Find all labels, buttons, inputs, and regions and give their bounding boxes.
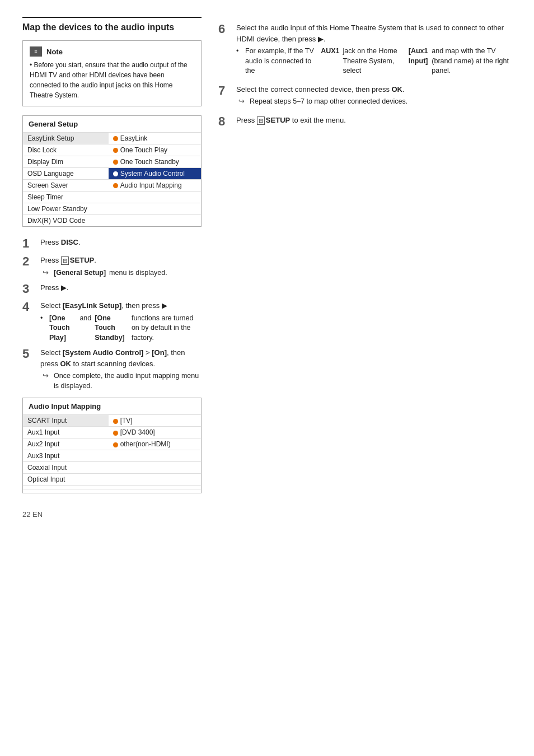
table-cell-left: SCART Input bbox=[23, 415, 109, 427]
orange-dot-icon bbox=[113, 148, 118, 153]
general-setup-title: General Setup bbox=[23, 116, 201, 132]
note-label: Note bbox=[46, 48, 63, 56]
table-row: Display Dim One Touch Standby bbox=[23, 156, 201, 168]
table-cell-left bbox=[23, 489, 109, 493]
table-cell-right: [DVD 3400] bbox=[109, 427, 201, 438]
note-text: • Before you start, ensure that the audi… bbox=[30, 60, 194, 100]
step-content-5: Select [System Audio Control] > [On], th… bbox=[40, 347, 202, 391]
table-row: SCART Input [TV] bbox=[23, 415, 201, 427]
step-number-2: 2 bbox=[22, 255, 35, 268]
table-cell-left: DivX(R) VOD Code bbox=[23, 215, 109, 227]
step-5-arrow: Once complete, the audio input mapping m… bbox=[43, 371, 202, 391]
table-cell-right bbox=[109, 462, 201, 474]
table-cell-right bbox=[109, 450, 201, 462]
step-content-1: Press DISC. bbox=[40, 237, 202, 248]
table-row bbox=[23, 486, 201, 489]
table-cell-right bbox=[109, 192, 201, 203]
table-cell-right: Audio Input Mapping bbox=[109, 180, 201, 192]
right-column: 6 Select the audio input of this Home Th… bbox=[218, 17, 512, 519]
table-row: Optical Input bbox=[23, 474, 201, 486]
step-4-bullet: [One Touch Play] and [One Touch Standby]… bbox=[40, 314, 202, 343]
table-cell-left bbox=[23, 486, 109, 489]
table-cell-right: [TV] bbox=[109, 415, 201, 427]
step-6: 6 Select the audio input of this Home Th… bbox=[218, 22, 512, 76]
step-number-3: 3 bbox=[22, 282, 35, 296]
orange-dot-icon bbox=[113, 183, 118, 188]
step-content-3: Press ▶. bbox=[40, 282, 202, 293]
orange-dot-icon bbox=[113, 442, 118, 447]
table-cell-left: Aux1 Input bbox=[23, 427, 109, 438]
table-cell-right bbox=[109, 474, 201, 486]
table-cell-left: Screen Saver bbox=[23, 180, 109, 192]
audio-mapping-rows: SCART Input [TV] Aux1 Input [DVD 3400] A… bbox=[23, 414, 201, 493]
orange-dot-icon bbox=[113, 160, 118, 165]
step-8: 8 Press ⊟SETUP to exit the menu. bbox=[218, 115, 512, 128]
table-cell-left: Sleep Timer bbox=[23, 192, 109, 203]
step-2: 2 Press ⊟SETUP. [General Setup] menu is … bbox=[22, 255, 202, 278]
table-row: OSD Language System Audio Control bbox=[23, 168, 201, 180]
orange-dot-icon bbox=[113, 171, 118, 176]
table-row: DivX(R) VOD Code bbox=[23, 215, 201, 227]
note-header: ≡ Note bbox=[30, 46, 194, 57]
step-number-5: 5 bbox=[22, 347, 35, 361]
step-number-8: 8 bbox=[218, 115, 231, 128]
table-cell-right: One Touch Play bbox=[109, 144, 201, 156]
step-content-8: Press ⊟SETUP to exit the menu. bbox=[236, 115, 512, 126]
step-number-4: 4 bbox=[22, 300, 35, 314]
table-row: Sleep Timer bbox=[23, 192, 201, 203]
table-cell-left: Display Dim bbox=[23, 156, 109, 168]
step-number-6: 6 bbox=[218, 22, 231, 36]
step-5: 5 Select [System Audio Control] > [On], … bbox=[22, 347, 202, 391]
table-cell-left: Aux3 Input bbox=[23, 450, 109, 462]
orange-dot-icon bbox=[113, 419, 118, 424]
orange-dot-icon bbox=[113, 431, 118, 436]
table-row: Coaxial Input bbox=[23, 462, 201, 474]
table-row: Screen Saver Audio Input Mapping bbox=[23, 180, 201, 192]
step-7: 7 Select the correct connected device, t… bbox=[218, 84, 512, 107]
table-cell-left: Disc Lock bbox=[23, 144, 109, 156]
audio-input-mapping-title: Audio Input Mapping bbox=[23, 398, 201, 414]
table-row: Aux3 Input bbox=[23, 450, 201, 462]
table-cell-left: Optical Input bbox=[23, 474, 109, 486]
step-1: 1 Press DISC. bbox=[22, 237, 202, 250]
table-cell-right: EasyLink bbox=[109, 133, 201, 144]
page-footer: 22 EN bbox=[22, 510, 202, 519]
step-7-arrow: Repeat steps 5–7 to map other connected … bbox=[238, 97, 512, 107]
table-cell-right bbox=[109, 489, 201, 493]
step-number-1: 1 bbox=[22, 237, 35, 250]
table-cell-right bbox=[109, 203, 201, 215]
table-row bbox=[23, 489, 201, 493]
step-content-6: Select the audio input of this Home Thea… bbox=[236, 22, 512, 76]
table-row: EasyLink Setup EasyLink bbox=[23, 133, 201, 144]
page-title: Map the devices to the audio inputs bbox=[22, 17, 202, 32]
step-content-4: Select [EasyLink Setup], then press ▶ [O… bbox=[40, 300, 202, 343]
table-cell-left: Low Power Standby bbox=[23, 203, 109, 215]
table-cell-right bbox=[109, 215, 201, 227]
table-cell-left: EasyLink Setup bbox=[23, 133, 109, 144]
step-content-2: Press ⊟SETUP. [General Setup] menu is di… bbox=[40, 255, 202, 278]
general-setup-rows: EasyLink Setup EasyLink Disc Lock One To… bbox=[23, 132, 201, 226]
general-setup-table: General Setup EasyLink Setup EasyLink Di… bbox=[22, 115, 202, 227]
table-cell-right bbox=[109, 486, 201, 489]
table-cell-left: Aux2 Input bbox=[23, 438, 109, 450]
step-2-arrow: [General Setup] menu is displayed. bbox=[43, 268, 202, 278]
table-cell-left: Coaxial Input bbox=[23, 462, 109, 474]
table-cell-left: OSD Language bbox=[23, 168, 109, 180]
step-number-7: 7 bbox=[218, 84, 231, 97]
step-3: 3 Press ▶. bbox=[22, 282, 202, 296]
step-content-7: Select the correct connected device, the… bbox=[236, 84, 512, 107]
table-row: Aux1 Input [DVD 3400] bbox=[23, 427, 201, 438]
steps-left: 1 Press DISC. 2 Press ⊟SETUP. [General S… bbox=[22, 237, 202, 391]
step-6-bullet: For example, if the TV audio is connecte… bbox=[236, 46, 512, 76]
orange-dot-icon bbox=[113, 136, 118, 141]
table-cell-right-highlighted: System Audio Control bbox=[109, 168, 201, 180]
table-row: Aux2 Input other(non-HDMI) bbox=[23, 438, 201, 450]
audio-input-mapping-table: Audio Input Mapping SCART Input [TV] Aux… bbox=[22, 398, 202, 493]
note-icon: ≡ bbox=[30, 46, 42, 57]
note-box: ≡ Note • Before you start, ensure that t… bbox=[22, 40, 202, 106]
step-4: 4 Select [EasyLink Setup], then press ▶ … bbox=[22, 300, 202, 343]
table-row: Disc Lock One Touch Play bbox=[23, 144, 201, 156]
table-cell-right: other(non-HDMI) bbox=[109, 438, 201, 450]
table-cell-right: One Touch Standby bbox=[109, 156, 201, 168]
table-row: Low Power Standby bbox=[23, 203, 201, 215]
